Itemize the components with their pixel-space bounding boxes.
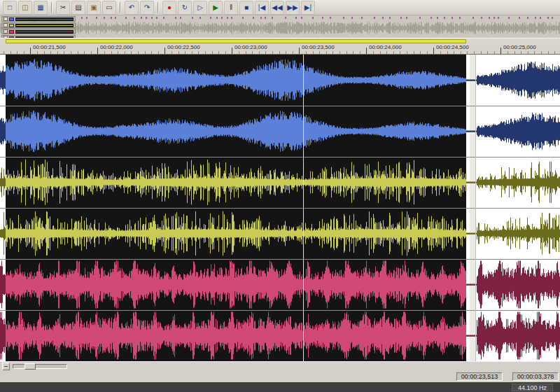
zoom-scroll-row — [0, 361, 560, 371]
go-to-end-icon: ▶| — [304, 4, 312, 11]
track-list — [1, 16, 76, 37]
status-bar: 00:00:23,513 00:00:03,378 — [0, 371, 560, 382]
ruler-timestamp: 00:00:21,500 — [33, 44, 66, 50]
pause-button[interactable]: ‖ — [224, 1, 238, 15]
record-button[interactable]: ● — [162, 1, 176, 15]
trim-icon: ▭ — [106, 4, 112, 11]
loop-playback-button[interactable]: ↻ — [178, 1, 192, 15]
bottom-status-strip: 44.100 Hz — [0, 382, 560, 392]
ruler-timestamp: 00:00:22,500 — [167, 44, 200, 50]
ruler-timestamp: 00:00:24,500 — [436, 44, 469, 50]
save-file-button[interactable]: ▦ — [34, 1, 48, 15]
zoom-slider-track[interactable] — [13, 364, 67, 369]
rewind-button[interactable]: ◀◀ — [270, 1, 284, 15]
forward-icon: ▶▶ — [287, 4, 298, 11]
track-list-item[interactable] — [1, 29, 76, 34]
zoom-out-button[interactable] — [2, 363, 10, 370]
play-all-button[interactable]: ▷ — [193, 1, 207, 15]
track-button[interactable] — [4, 17, 8, 21]
play-icon: ▶ — [213, 4, 218, 11]
toolbar-separator — [120, 2, 121, 13]
cut-icon: ✂ — [60, 4, 66, 11]
cursor-position-display[interactable]: 00:00:23,513 — [456, 372, 503, 381]
sample-rate-display: 44.100 Hz — [512, 384, 553, 391]
toolbar-separator — [51, 2, 52, 13]
track-list-item[interactable] — [1, 16, 76, 22]
track-button[interactable] — [4, 23, 8, 27]
overview-strip[interactable] — [0, 15, 560, 38]
zoom-slider-thumb[interactable] — [24, 363, 36, 370]
track-color-chip — [9, 24, 14, 27]
toolbar: □◫▦✂▤▣▭↶↷●↻▷▶‖■|◀◀◀▶▶▶| — [0, 0, 560, 15]
go-to-start-icon: |◀ — [258, 4, 265, 11]
record-icon: ● — [167, 4, 172, 11]
undo-button[interactable]: ↶ — [125, 1, 139, 15]
ruler-timestamp: 00:00:24,000 — [369, 44, 402, 50]
track-mini-waveform-line — [16, 19, 73, 20]
track-mini-waveform-line — [16, 31, 73, 32]
loop-playback-icon: ↻ — [182, 4, 188, 11]
overview-row — [0, 15, 560, 38]
forward-button[interactable]: ▶▶ — [286, 1, 300, 15]
selection-length-display[interactable]: 00:00:03,378 — [512, 372, 559, 381]
track-mini-waveform — [15, 18, 74, 21]
paste-icon: ▣ — [90, 4, 97, 11]
cut-button[interactable]: ✂ — [56, 1, 70, 15]
go-to-start-button[interactable]: |◀ — [255, 1, 269, 15]
copy-button[interactable]: ▤ — [71, 1, 85, 15]
open-file-icon: ◫ — [22, 4, 28, 11]
track-color-chip — [9, 30, 14, 34]
new-file-button[interactable]: □ — [3, 1, 17, 15]
stop-button[interactable]: ■ — [239, 1, 253, 15]
app-window: □◫▦✂▤▣▭↶↷●↻▷▶‖■|◀◀◀▶▶▶| 00:00:21,50000:0… — [0, 0, 560, 392]
ruler-timestamp: 00:00:23,500 — [302, 44, 335, 50]
go-to-end-button[interactable]: ▶| — [301, 1, 315, 15]
track-mini-waveform — [15, 24, 74, 27]
redo-button[interactable]: ↷ — [140, 1, 154, 15]
copy-icon: ▤ — [75, 4, 81, 11]
paste-button[interactable]: ▣ — [87, 1, 101, 15]
track-color-chip — [9, 18, 14, 21]
timeline-ruler[interactable]: 00:00:21,50000:00:22,00000:00:22,50000:0… — [0, 43, 560, 55]
track-button[interactable] — [4, 29, 8, 34]
toolbar-separator — [158, 2, 159, 13]
track-mini-waveform-line — [16, 25, 73, 26]
rewind-icon: ◀◀ — [272, 4, 282, 11]
play-all-icon: ▷ — [197, 4, 203, 11]
undo-icon: ↶ — [129, 4, 134, 11]
track-mini-waveform — [15, 30, 74, 34]
ruler-timestamp: 00:00:23,000 — [234, 44, 267, 50]
main-waveform-area — [0, 55, 560, 361]
status-divider — [503, 372, 512, 381]
ruler-timestamp: 00:00:22,000 — [100, 44, 133, 50]
pause-icon: ‖ — [230, 4, 232, 11]
new-file-icon: □ — [8, 4, 12, 11]
play-button[interactable]: ▶ — [209, 1, 223, 15]
trim-button[interactable]: ▭ — [102, 1, 116, 15]
open-file-button[interactable]: ◫ — [18, 1, 32, 15]
ruler-timestamp: 00:00:25,000 — [503, 44, 536, 50]
selection-bar[interactable] — [0, 38, 560, 43]
redo-icon: ↷ — [144, 4, 150, 11]
waveform-display[interactable] — [0, 55, 560, 361]
track-list-item[interactable] — [1, 22, 76, 28]
save-file-icon: ▦ — [37, 4, 43, 11]
stop-icon: ■ — [244, 4, 248, 11]
